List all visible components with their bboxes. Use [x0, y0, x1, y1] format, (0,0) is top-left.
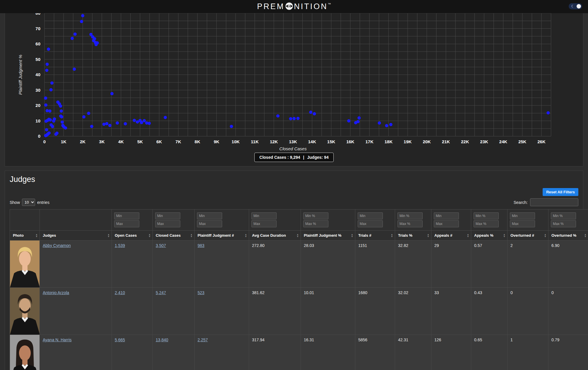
scatter-point[interactable] — [81, 14, 84, 17]
column-header-avg-case-duration[interactable]: Avg Case Duration▲▼ — [249, 231, 301, 241]
scatter-point[interactable] — [296, 117, 299, 120]
max-filter-input[interactable] — [303, 220, 328, 227]
scatter-point[interactable] — [116, 121, 119, 125]
case-count-link[interactable]: 2,410 — [115, 290, 125, 295]
scatter-point[interactable] — [140, 121, 143, 124]
min-filter-input[interactable] — [551, 212, 576, 219]
scatter-point[interactable] — [378, 121, 381, 125]
entries-select[interactable]: 10 — [22, 199, 35, 206]
scatter-point[interactable] — [49, 88, 53, 91]
sort-icon[interactable]: ▲▼ — [391, 233, 393, 238]
case-count-link[interactable]: 983 — [198, 243, 204, 248]
judge-name-link[interactable]: Abby Cynamon — [43, 243, 71, 248]
scatter-point[interactable] — [110, 92, 114, 95]
scatter-point[interactable] — [546, 111, 550, 115]
judge-name-link[interactable]: Antonio Arzola — [43, 290, 69, 295]
column-header-trials[interactable]: Trials %▲▼ — [395, 231, 431, 241]
sort-icon[interactable]: ▲▼ — [503, 233, 505, 238]
max-filter-input[interactable] — [251, 220, 277, 227]
scatter-point[interactable] — [59, 105, 62, 108]
scatter-point[interactable] — [73, 33, 77, 36]
scatter-point[interactable] — [90, 125, 93, 128]
scatter-point[interactable] — [124, 122, 127, 125]
column-header-photo[interactable]: Photo▲▼ — [10, 231, 40, 241]
column-header-judges[interactable]: Judges▲▼ — [40, 231, 112, 241]
max-filter-input[interactable] — [155, 220, 180, 227]
scatter-point[interactable] — [50, 81, 54, 85]
scatter-point[interactable] — [60, 115, 63, 118]
sort-icon[interactable]: ▲▼ — [190, 233, 193, 238]
min-filter-input[interactable] — [303, 212, 328, 219]
case-count-link[interactable]: 2,257 — [198, 337, 208, 342]
column-header-appeals[interactable]: Appeals %▲▼ — [471, 231, 508, 241]
sort-icon[interactable]: ▲▼ — [148, 233, 151, 238]
judge-name-link[interactable]: Ayana N. Harris — [43, 337, 72, 342]
min-filter-input[interactable] — [474, 212, 499, 219]
column-header-overturned[interactable]: Overturned %▲▼ — [548, 231, 588, 241]
scatter-point[interactable] — [47, 47, 50, 51]
min-filter-input[interactable] — [155, 212, 180, 219]
min-filter-input[interactable] — [197, 212, 222, 219]
scatter-point[interactable] — [47, 131, 51, 134]
scatter-point[interactable] — [82, 115, 85, 118]
scatter-point[interactable] — [276, 114, 280, 117]
scatter-point[interactable] — [148, 122, 151, 125]
sort-icon[interactable]: ▲▼ — [427, 233, 429, 238]
max-filter-input[interactable] — [551, 220, 576, 227]
sort-icon[interactable]: ▲▼ — [35, 233, 38, 238]
scatter-point[interactable] — [48, 109, 52, 112]
scatter-point[interactable] — [102, 123, 106, 126]
column-header-plaintiff-judgment[interactable]: Plaintiff Judgment #▲▼ — [195, 231, 249, 241]
column-header-closed-cases[interactable]: Closed Cases▲▼ — [153, 231, 195, 241]
scatter-point[interactable] — [71, 37, 74, 40]
max-filter-input[interactable] — [434, 220, 459, 227]
sort-icon[interactable]: ▲▼ — [107, 233, 110, 238]
case-count-link[interactable]: 5,247 — [156, 290, 166, 295]
scatter-point[interactable] — [292, 117, 296, 120]
scatter-point[interactable] — [133, 119, 136, 122]
case-count-link[interactable]: 13,840 — [156, 337, 168, 342]
min-filter-input[interactable] — [510, 212, 535, 219]
toggle-knob[interactable] — [577, 4, 581, 8]
scatter-point[interactable] — [357, 116, 361, 120]
case-count-link[interactable]: 1,539 — [115, 243, 125, 248]
sort-icon[interactable]: ▲▼ — [245, 233, 247, 238]
scatter-point[interactable] — [80, 20, 83, 23]
scatter-point[interactable] — [64, 126, 67, 129]
scatter-point[interactable] — [45, 128, 48, 131]
scatter-point[interactable] — [96, 41, 99, 45]
sort-icon[interactable]: ▲▼ — [296, 233, 299, 238]
max-filter-input[interactable] — [510, 220, 535, 227]
column-header-appeals[interactable]: Appeals #▲▼ — [431, 231, 471, 241]
scatter-point[interactable] — [309, 111, 312, 114]
scatter-point[interactable] — [49, 118, 52, 122]
scatter-point[interactable] — [289, 117, 292, 120]
scatter-point[interactable] — [45, 69, 48, 72]
case-count-link[interactable]: 523 — [198, 290, 204, 295]
scatter-point[interactable] — [347, 119, 350, 122]
column-header-open-cases[interactable]: Open Cases▲▼ — [112, 231, 153, 241]
min-filter-input[interactable] — [358, 212, 383, 219]
scatter-point[interactable] — [385, 124, 388, 127]
max-filter-input[interactable] — [358, 220, 383, 227]
scatter-point[interactable] — [93, 37, 96, 40]
sort-icon[interactable]: ▲▼ — [351, 233, 353, 238]
scatter-point[interactable] — [105, 122, 108, 125]
sort-icon[interactable]: ▲▼ — [467, 233, 469, 238]
scatter-point[interactable] — [230, 125, 233, 128]
theme-toggle[interactable]: ☾ — [569, 3, 582, 9]
reset-all-filters-button[interactable]: Reset All Filters — [543, 188, 578, 196]
min-filter-input[interactable] — [434, 212, 459, 219]
sort-icon[interactable]: ▲▼ — [544, 233, 546, 238]
max-filter-input[interactable] — [474, 220, 499, 227]
scatter-point[interactable] — [356, 120, 360, 123]
scatter-point[interactable] — [313, 112, 316, 115]
scatter-plot[interactable]: 01K2K3K4K5K6K7K8K9K10K11K12K13K14K15K16K… — [5, 13, 583, 152]
scatter-point[interactable] — [389, 123, 392, 126]
max-filter-input[interactable] — [197, 220, 222, 227]
scatter-point[interactable] — [44, 103, 47, 107]
scatter-point[interactable] — [87, 112, 90, 115]
scatter-point[interactable] — [164, 116, 167, 119]
scatter-point[interactable] — [46, 63, 49, 66]
sort-icon[interactable]: ▲▼ — [584, 233, 587, 238]
